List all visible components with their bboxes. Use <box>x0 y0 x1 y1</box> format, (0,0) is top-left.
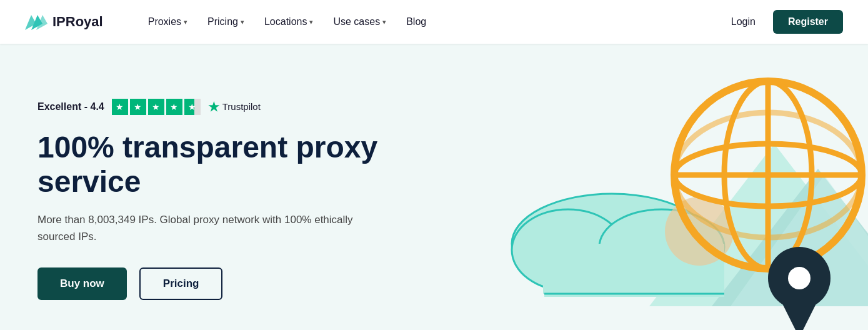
chevron-down-icon: ▾ <box>382 18 386 26</box>
hero-buttons: Buy now Pricing <box>37 268 412 300</box>
main-nav: Proxies ▾ Pricing ▾ Locations ▾ Use case… <box>141 12 724 31</box>
svg-point-20 <box>788 267 811 289</box>
nav-auth: Login Register <box>724 10 843 34</box>
nav-locations[interactable]: Locations ▾ <box>257 12 321 31</box>
star-3: ★ <box>148 99 164 115</box>
hero-content: Excellent - 4.4 ★ ★ ★ ★ ★ ★ Trustpilot 1… <box>37 99 412 301</box>
chevron-down-icon: ▾ <box>241 18 244 26</box>
buy-now-button[interactable]: Buy now <box>37 268 127 300</box>
register-button[interactable]: Register <box>773 10 843 34</box>
login-button[interactable]: Login <box>724 12 763 31</box>
globe-group <box>674 81 862 269</box>
nav-use-cases[interactable]: Use cases ▾ <box>326 12 394 31</box>
trustpilot-logo: ★ Trustpilot <box>208 99 261 114</box>
trustpilot-t-icon: ★ <box>208 99 219 114</box>
hero-title: 100% transparent proxy service <box>37 130 412 199</box>
svg-marker-21 <box>781 300 818 330</box>
trustpilot-rating: Excellent - 4.4 <box>37 101 104 112</box>
illustration-svg <box>431 44 868 330</box>
star-2: ★ <box>130 99 146 115</box>
logo-icon <box>25 12 47 31</box>
star-5-half: ★ <box>184 99 201 115</box>
star-rating: ★ ★ ★ ★ ★ <box>112 99 201 115</box>
nav-pricing[interactable]: Pricing ▾ <box>200 12 252 31</box>
nav-blog[interactable]: Blog <box>399 12 434 31</box>
hero-description: More than 8,003,349 IPs. Global proxy ne… <box>37 211 362 245</box>
hero-section: Excellent - 4.4 ★ ★ ★ ★ ★ ★ Trustpilot 1… <box>0 44 868 330</box>
chevron-down-icon: ▾ <box>309 18 313 26</box>
pricing-button[interactable]: Pricing <box>139 268 223 300</box>
hero-illustration <box>431 44 868 330</box>
chevron-down-icon: ▾ <box>184 18 187 26</box>
location-pin <box>768 247 831 330</box>
trustpilot-row: Excellent - 4.4 ★ ★ ★ ★ ★ ★ Trustpilot <box>37 99 412 115</box>
logo-text: IPRoyal <box>52 14 103 30</box>
star-1: ★ <box>112 99 128 115</box>
star-4: ★ <box>166 99 182 115</box>
nav-proxies[interactable]: Proxies ▾ <box>141 12 195 31</box>
logo[interactable]: IPRoyal <box>25 12 103 31</box>
svg-rect-10 <box>544 284 724 297</box>
